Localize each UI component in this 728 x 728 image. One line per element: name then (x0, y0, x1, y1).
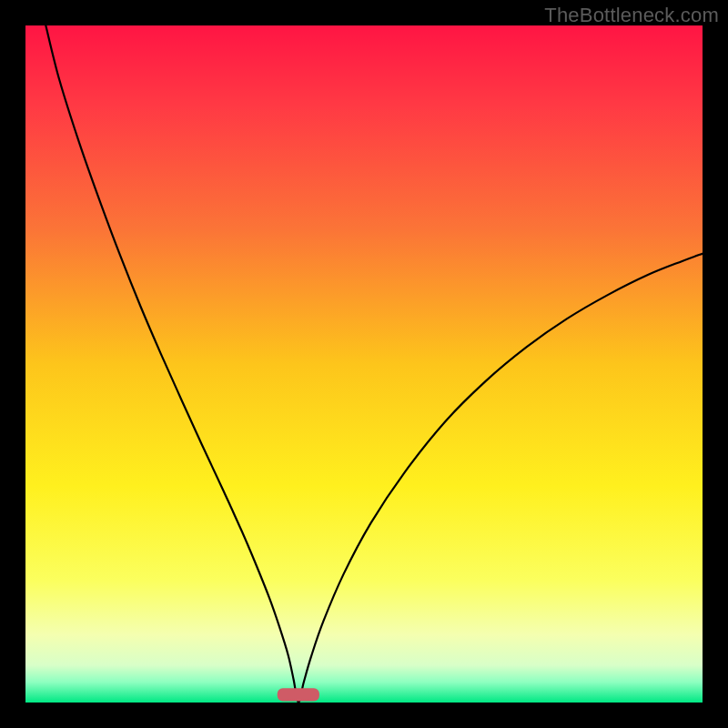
gradient-background (25, 25, 703, 703)
optimal-marker (278, 688, 319, 701)
bottleneck-chart (25, 25, 703, 703)
chart-frame: TheBottleneck.com (0, 0, 728, 728)
watermark-text: TheBottleneck.com (544, 4, 719, 27)
plot-area (25, 25, 703, 703)
